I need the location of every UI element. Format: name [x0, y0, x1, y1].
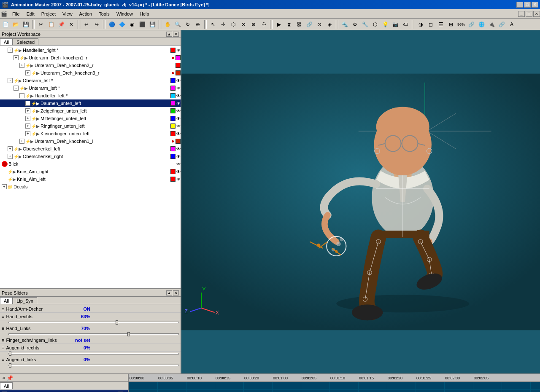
expand-0[interactable]: + [8, 48, 13, 53]
grid-button[interactable]: ⊞ [446, 20, 456, 29]
tree-item-8[interactable]: +⚡▶Zeigefinger_unten_left👁 [0, 107, 181, 115]
eye-icon-0[interactable]: 👁 [176, 48, 181, 53]
camera-button[interactable]: 📷 [391, 20, 400, 29]
eye-icon-8[interactable]: 👁 [176, 109, 181, 113]
eye-icon-17[interactable]: 👁 [176, 177, 181, 182]
bones-button[interactable]: ☰ [436, 20, 446, 29]
menu-tools[interactable]: Tools [95, 9, 113, 18]
expand-4[interactable]: - [8, 78, 13, 83]
tree-item-4[interactable]: -⚡▶Oberarm_left *👁 [0, 77, 181, 84]
paste-button[interactable]: 📌 [57, 20, 66, 29]
text-button[interactable]: A [507, 20, 516, 29]
select-button[interactable]: ↖ [208, 20, 218, 29]
tl-pin-button[interactable]: 📌 [7, 375, 13, 381]
expand-14[interactable]: + [8, 154, 13, 159]
constraint3-button[interactable]: 🔧 [360, 20, 370, 29]
tl-close-button[interactable]: ✕ [1, 375, 7, 381]
light-button[interactable]: 💡 [381, 20, 390, 29]
expand-8[interactable]: + [25, 108, 30, 113]
eye-icon-13[interactable]: 👁 [176, 147, 181, 151]
cut-button[interactable]: ✂ [36, 20, 46, 29]
tab-selected[interactable]: Selected [13, 38, 38, 45]
menu-action[interactable]: Action [76, 9, 96, 18]
menu-help[interactable]: Help [136, 9, 153, 18]
eye-icon-10[interactable]: 👁 [176, 124, 181, 129]
expand-12[interactable]: + [19, 139, 24, 144]
tree-item-12[interactable]: +⚡▶Unterarm_Dreh_knochen1_l⏺ [0, 137, 181, 145]
expand-3[interactable]: + [25, 70, 30, 75]
tree-item-11[interactable]: +⚡▶Kleinerfinger_unten_left👁 [0, 130, 181, 137]
undo-button[interactable]: ↩ [82, 20, 91, 29]
menu-file[interactable]: File [9, 9, 23, 18]
slider-thumb-2[interactable] [127, 332, 130, 336]
plugin-button[interactable]: 🔌 [487, 20, 496, 29]
save-button[interactable]: 💾 [21, 20, 30, 29]
slider-track-row-2[interactable] [0, 332, 181, 336]
pan-button[interactable]: ✋ [163, 20, 172, 29]
delete-button[interactable]: ✕ [67, 20, 76, 29]
eye-icon-14[interactable]: 👁 [176, 154, 181, 159]
slider-thumb-4[interactable] [9, 352, 11, 356]
tree-item-14[interactable]: +⚡▶Oberschenkel_right👁 [0, 153, 181, 160]
workspace-scroll-up[interactable]: ▲ [166, 32, 172, 37]
shading-button[interactable]: ◑ [416, 20, 425, 29]
eye-icon-9[interactable]: 👁 [176, 116, 181, 121]
tree-item-15[interactable]: Blick👁 [0, 160, 181, 168]
constraint-button[interactable]: 🔩 [340, 20, 349, 29]
workspace-close[interactable]: ✕ [173, 32, 179, 37]
tool7-button[interactable]: ⧗ [284, 20, 294, 29]
tree-item-9[interactable]: +⚡▶Mittelfinger_unten_left👁 [0, 115, 181, 122]
tree-item-2[interactable]: +⚡▶Unterarm_Dreh_knochen2_r [0, 62, 181, 69]
expand-9[interactable]: + [25, 116, 30, 121]
eye-icon-15[interactable]: 👁 [176, 162, 181, 166]
slider-track-row-1[interactable] [0, 320, 181, 325]
copy-button[interactable]: 📋 [46, 20, 56, 29]
tab-all[interactable]: All [0, 38, 13, 45]
tree-item-18[interactable]: +📁Decals [0, 183, 181, 191]
tool5-button[interactable]: ⊕ [249, 20, 258, 29]
minimize-button[interactable]: _ [516, 2, 523, 8]
render4-button[interactable]: ⬛ [138, 20, 147, 29]
inner-minimize[interactable]: _ [518, 11, 525, 17]
viewport[interactable]: Y X Z [181, 30, 540, 373]
zoom-button[interactable]: 🔍 [173, 20, 182, 29]
slider-track-row-5[interactable] [0, 363, 181, 368]
tool10-button[interactable]: ⊙ [315, 20, 324, 29]
eye-icon-6[interactable]: 👁 [176, 94, 181, 98]
tool3-button[interactable]: ⬡ [229, 20, 238, 29]
tl-item-daumen[interactable]: + ⚡ Daumen_unten_left 👁 [0, 390, 128, 392]
reset-button[interactable]: ⊕ [193, 20, 202, 29]
animate-button[interactable]: ▶ [274, 20, 284, 29]
redo-button[interactable]: ↪ [92, 20, 101, 29]
menu-view[interactable]: View [59, 9, 76, 18]
tool11-button[interactable]: ◈ [325, 20, 334, 29]
rotate-button[interactable]: ↻ [183, 20, 192, 29]
open-button[interactable]: 📂 [11, 20, 20, 29]
wireframe-button[interactable]: ◻ [426, 20, 435, 29]
tool6-button[interactable]: ☩ [259, 20, 268, 29]
menu-window[interactable]: Window [113, 9, 136, 18]
tab-lip-syn[interactable]: Lip_Syn [13, 297, 37, 304]
expand-18[interactable]: + [2, 184, 7, 189]
tab-sliders-all[interactable]: All [0, 297, 13, 304]
expand-6[interactable]: - [19, 93, 24, 98]
slider-track-5[interactable] [8, 365, 179, 366]
timeline-tracks[interactable]: 5 0 -5 [129, 382, 540, 392]
eye-icon-11[interactable]: 👁 [176, 132, 181, 136]
eye-icon-4[interactable]: 👁 [176, 78, 181, 83]
sliders-scroll-up[interactable]: ▲ [166, 290, 172, 295]
expand-5[interactable]: - [14, 86, 19, 91]
tree-item-10[interactable]: +⚡▶Ringfinger_unten_left👁 [0, 122, 181, 130]
expand-7[interactable]: - [25, 101, 30, 106]
tool8-button[interactable]: ⛓ [294, 20, 304, 29]
maximize-button[interactable]: □ [524, 2, 531, 8]
inner-close[interactable]: ✕ [533, 11, 540, 17]
render2-button[interactable]: 🔷 [117, 20, 127, 29]
new-button[interactable]: 📄 [1, 20, 10, 29]
decal-button[interactable]: 🏷 [401, 20, 410, 29]
move-button[interactable]: ✛ [219, 20, 228, 29]
slider-track-row-4[interactable] [0, 352, 181, 356]
expand-10[interactable]: + [25, 124, 30, 129]
tree-item-5[interactable]: -⚡▶Unterarm_left *👁 [0, 84, 181, 92]
menu-project[interactable]: Project [38, 9, 59, 18]
